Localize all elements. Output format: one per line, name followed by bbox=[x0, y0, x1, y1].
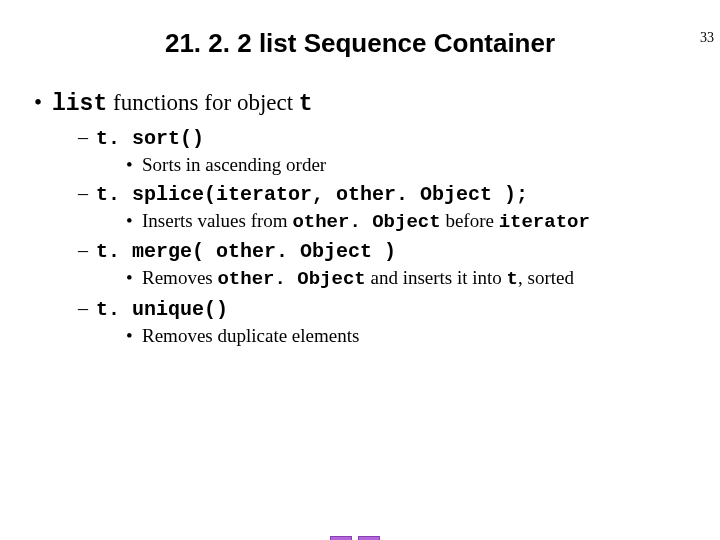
dash-icon: – bbox=[78, 125, 96, 150]
code-text: t. merge( other. Object ) bbox=[96, 240, 396, 263]
code-text: list bbox=[52, 91, 107, 117]
text: before bbox=[441, 210, 499, 231]
text: and inserts it into bbox=[366, 267, 507, 288]
bullet-dot-icon: • bbox=[34, 89, 52, 118]
nav-controls bbox=[330, 536, 380, 540]
bullet-dot-icon: • bbox=[126, 153, 142, 177]
code-text: other. Object bbox=[217, 268, 365, 290]
code-text: t. splice(iterator, other. Object ); bbox=[96, 183, 528, 206]
dash-icon: – bbox=[78, 181, 96, 206]
code-text: t. sort() bbox=[96, 127, 204, 150]
code-text: t bbox=[299, 91, 313, 117]
bullet-level3: •Sorts in ascending order bbox=[126, 153, 720, 177]
bullet-level2: –t. merge( other. Object ) bbox=[78, 238, 720, 264]
bullet-dot-icon: • bbox=[126, 266, 142, 290]
bullet-level2: –t. splice(iterator, other. Object ); bbox=[78, 181, 720, 207]
code-text: iterator bbox=[499, 211, 590, 233]
bullet-level1: •list functions for object t bbox=[34, 89, 720, 119]
next-button[interactable] bbox=[358, 536, 380, 540]
bullet-level3: •Inserts values from other. Object befor… bbox=[126, 209, 720, 235]
dash-icon: – bbox=[78, 238, 96, 263]
page-number: 33 bbox=[700, 30, 714, 46]
text: , sorted bbox=[518, 267, 574, 288]
code-text: t bbox=[507, 268, 518, 290]
bullet-level2: –t. sort() bbox=[78, 125, 720, 151]
dash-icon: – bbox=[78, 296, 96, 321]
bullet-level2: –t. unique() bbox=[78, 296, 720, 322]
text: Sorts in ascending order bbox=[142, 154, 326, 175]
bullet-dot-icon: • bbox=[126, 209, 142, 233]
text: Removes bbox=[142, 267, 217, 288]
bullet-level3: •Removes duplicate elements bbox=[126, 324, 720, 348]
code-text: t. unique() bbox=[96, 298, 228, 321]
text: Removes duplicate elements bbox=[142, 325, 359, 346]
slide: 33 21. 2. 2 list Sequence Container •lis… bbox=[0, 28, 720, 540]
slide-title: 21. 2. 2 list Sequence Container bbox=[0, 28, 720, 59]
content-area: •list functions for object t –t. sort() … bbox=[34, 89, 720, 348]
prev-button[interactable] bbox=[330, 536, 352, 540]
code-text: other. Object bbox=[292, 211, 440, 233]
text: functions for object bbox=[107, 90, 299, 115]
bullet-level3: •Removes other. Object and inserts it in… bbox=[126, 266, 720, 292]
bullet-dot-icon: • bbox=[126, 324, 142, 348]
text: Inserts values from bbox=[142, 210, 292, 231]
